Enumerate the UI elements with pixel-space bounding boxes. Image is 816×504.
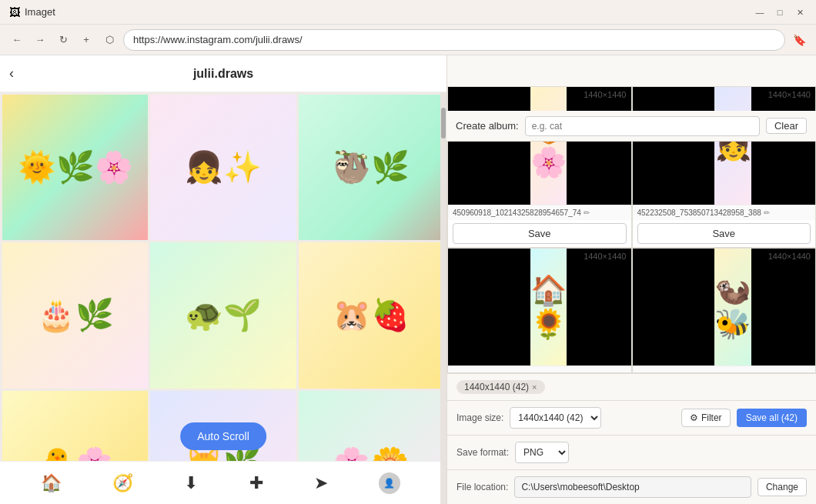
preview-filename-1: 452232508_753850713428958_388 ✏: [637, 209, 811, 217]
preview-dim-3: 1440×1440: [768, 252, 811, 261]
preview-illustration-3[interactable]: 🦦🐝: [714, 249, 751, 366]
tag-row: 1440x1440 (42) ×: [447, 374, 816, 401]
preview-card-bottom-3: [633, 365, 816, 372]
title-bar: 🖼 Imaget — □ ✕: [0, 0, 816, 25]
album-label: Create album:: [456, 120, 519, 132]
black-bar-left-0: [448, 87, 530, 205]
refresh-button[interactable]: ↻: [54, 31, 72, 49]
window-controls: — □ ✕: [753, 0, 807, 25]
profile-header: ‹ julii.draws: [0, 55, 446, 92]
grid-item-3[interactable]: 🎂🌿: [2, 242, 148, 388]
avatar[interactable]: 👤: [379, 472, 400, 494]
main-container: ‹ julii.draws 🌞🌿🌸 👧✨ 🦥🌿 🎂🌿 🐢🌱 🐹🍓 🐣🌸 🐱🌿 🌸…: [0, 55, 816, 504]
black-bar-left-3: [633, 249, 715, 366]
preview-img-area-0: 🍞🌸: [448, 87, 631, 205]
save-all-button[interactable]: Save all (42): [737, 409, 807, 427]
scrollbar[interactable]: [440, 92, 446, 504]
preview-card-top-3: 1440×1440 🦦🐝: [633, 249, 816, 366]
preview-dim-2: 1440×1440: [584, 252, 626, 261]
grid-item-2[interactable]: 🦥🌿: [299, 95, 444, 240]
tag-label: 1440x1440 (42): [464, 382, 529, 392]
bookmark-icon[interactable]: 🔖: [790, 31, 808, 49]
edit-icon-1[interactable]: ✏: [764, 209, 770, 217]
black-bar-left-1: [633, 87, 715, 205]
save-button-0[interactable]: Save: [453, 223, 627, 244]
clear-button[interactable]: Clear: [766, 118, 807, 134]
location-row: File location: Change: [447, 470, 816, 504]
black-bar-right-0: [567, 87, 630, 205]
filter-button[interactable]: ⚙ Filter: [681, 409, 731, 427]
filter-icon: ⚙: [690, 412, 698, 423]
preview-illustration-0[interactable]: 🍞🌸: [530, 87, 567, 205]
profile-name: julii.draws: [193, 67, 253, 81]
preview-card-bottom-2: [448, 365, 631, 372]
location-label: File location:: [456, 482, 508, 492]
grid-item-4[interactable]: 🐢🌱: [150, 242, 296, 388]
bottom-toolbar: 🏠 🧭 ⬇ ✚ ➤ 👤: [0, 461, 441, 504]
tag-close-button[interactable]: ×: [532, 382, 537, 392]
compass-button[interactable]: 🧭: [112, 473, 133, 493]
scroll-thumb[interactable]: [441, 108, 446, 139]
format-label: Save format:: [456, 447, 509, 458]
right-panel: Create album: Clear 1440×1440 🍞🌸 4: [446, 55, 816, 504]
minimize-button[interactable]: —: [753, 5, 767, 19]
change-button[interactable]: Change: [757, 478, 807, 496]
format-row: Save format: PNG JPG WEBP: [447, 436, 816, 470]
preview-filename-0: 450960918_10214325828954657_74 ✏: [453, 209, 627, 217]
preview-illustration-2[interactable]: 🏠🌻: [530, 249, 567, 366]
preview-illustration-1[interactable]: 👧: [714, 87, 751, 205]
left-panel: ‹ julii.draws 🌞🌿🌸 👧✨ 🦥🌿 🎂🌿 🐢🌱 🐹🍓 🐣🌸 🐱🌿 🌸…: [0, 55, 446, 504]
preview-img-area-3: 🦦🐝: [633, 249, 816, 366]
profile-back-button[interactable]: ‹: [9, 65, 14, 82]
grid-item-1[interactable]: 👧✨: [150, 95, 296, 240]
image-size-label: Image size:: [456, 412, 503, 423]
app-icon: 🖼: [9, 6, 20, 18]
black-bar-left-2: [448, 249, 530, 366]
maximize-button[interactable]: □: [773, 5, 787, 19]
add-button[interactable]: ✚: [249, 473, 263, 493]
preview-card-bottom-0: 450960918_10214325828954657_74 ✏: [448, 205, 631, 220]
address-icon: ⬡: [100, 31, 119, 49]
send-button[interactable]: ➤: [314, 473, 328, 493]
preview-card-2: 1440×1440 🏠🌻: [447, 248, 632, 374]
new-tab-button[interactable]: +: [77, 31, 95, 49]
filename-text-0: 450960918_10214325828954657_74: [453, 209, 581, 217]
preview-img-area-1: 👧: [633, 87, 816, 205]
format-select[interactable]: PNG JPG WEBP: [515, 442, 569, 463]
close-button[interactable]: ✕: [793, 5, 807, 19]
black-bar-right-3: [751, 249, 815, 366]
preview-card-3: 1440×1440 🦦🐝: [632, 248, 817, 374]
preview-card-bottom-1: 452232508_753850713428958_388 ✏: [633, 205, 816, 220]
grid-item-5[interactable]: 🐹🍓: [299, 242, 444, 388]
filter-label: Filter: [701, 412, 722, 423]
preview-dim-0: 1440×1440: [584, 90, 626, 99]
tag-chip: 1440x1440 (42) ×: [456, 380, 545, 394]
preview-dim-1: 1440×1440: [768, 90, 811, 99]
album-bar: Create album: Clear: [446, 111, 816, 142]
browser-bar: ← → ↻ + ⬡ 🔖: [0, 25, 816, 55]
preview-img-area-2: 🏠🌻: [448, 249, 631, 366]
album-input[interactable]: [525, 116, 760, 136]
location-input[interactable]: [514, 476, 751, 498]
auto-scroll-button[interactable]: Auto Scroll: [180, 422, 266, 450]
image-size-select[interactable]: 1440x1440 (42) All sizes: [510, 407, 601, 429]
forward-button[interactable]: →: [31, 31, 49, 49]
controls-row: Image size: 1440x1440 (42) All sizes ⚙ F…: [447, 401, 816, 436]
preview-card-top-2: 1440×1440 🏠🌻: [448, 249, 631, 366]
black-bar-right-1: [751, 87, 815, 205]
black-bar-right-2: [567, 249, 630, 366]
edit-icon-0[interactable]: ✏: [584, 209, 590, 217]
grid-item-0[interactable]: 🌞🌿🌸: [2, 95, 148, 240]
filename-text-1: 452232508_753850713428958_388: [637, 209, 761, 217]
download-button[interactable]: ⬇: [184, 473, 198, 493]
address-bar[interactable]: [123, 29, 785, 51]
app-title: Imaget: [25, 6, 55, 18]
preview-card-top-1: 1440×1440 👧: [633, 87, 816, 205]
save-button-1[interactable]: Save: [637, 223, 811, 244]
back-button[interactable]: ←: [8, 31, 26, 49]
preview-card-top-0: 1440×1440 🍞🌸: [448, 87, 631, 205]
home-button[interactable]: 🏠: [41, 473, 62, 493]
